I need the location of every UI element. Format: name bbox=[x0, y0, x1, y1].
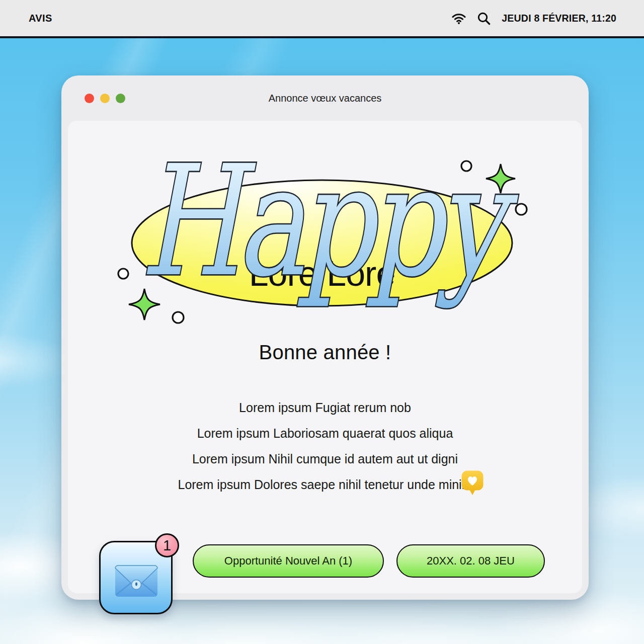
menu-status-area: JEUDI 8 FÉVRIER, 11:20 bbox=[452, 12, 616, 25]
desktop: AVIS JEUDI 8 FÉVRIER, 11:20 Annonce vœux… bbox=[0, 0, 644, 644]
mail-app-icon[interactable]: 1 bbox=[99, 541, 173, 614]
search-icon[interactable] bbox=[477, 12, 491, 25]
hero-script-word: Happy bbox=[140, 132, 520, 310]
body-line-3: Lorem ipsum Nihil cumque id autem aut ut… bbox=[68, 446, 582, 472]
decor-dot bbox=[516, 204, 527, 215]
date-button-label: 20XX. 02. 08 JEU bbox=[427, 554, 515, 567]
heart-like-badge bbox=[461, 470, 484, 496]
heart-icon bbox=[461, 470, 484, 496]
menu-bar: AVIS JEUDI 8 FÉVRIER, 11:20 bbox=[0, 0, 644, 38]
menu-datetime[interactable]: JEUDI 8 FÉVRIER, 11:20 bbox=[502, 13, 616, 24]
decor-dot bbox=[118, 269, 128, 279]
body-line-1: Lorem ipsum Fugiat rerum nob bbox=[68, 395, 582, 421]
date-button[interactable]: 20XX. 02. 08 JEU bbox=[396, 544, 545, 578]
body-line-2: Lorem ipsum Laboriosam quaerat quos aliq… bbox=[68, 421, 582, 446]
opportunity-button[interactable]: Opportunité Nouvel An (1) bbox=[193, 544, 384, 578]
window-title: Annonce vœux vacances bbox=[61, 93, 589, 104]
body-line-4: Lorem ipsum Dolores saepe nihil tenetur … bbox=[68, 472, 582, 498]
menu-app-name[interactable]: AVIS bbox=[29, 13, 52, 24]
window-titlebar[interactable]: Annonce vœux vacances bbox=[61, 75, 589, 121]
opportunity-button-label: Opportunité Nouvel An (1) bbox=[224, 554, 352, 567]
decor-dot bbox=[173, 312, 184, 323]
greeting-heading: Bonne année ! bbox=[68, 341, 582, 364]
hero-graphic: Lore Lore Happy bbox=[68, 125, 582, 341]
notification-badge: 1 bbox=[155, 533, 179, 557]
window-content: Lore Lore Happy Bonne année ! Lorem ipsu… bbox=[68, 121, 582, 593]
wifi-icon[interactable] bbox=[452, 13, 466, 24]
app-window: Annonce vœux vacances bbox=[61, 75, 589, 600]
body-text: Lorem ipsum Fugiat rerum nob Lorem ipsum… bbox=[68, 395, 582, 498]
